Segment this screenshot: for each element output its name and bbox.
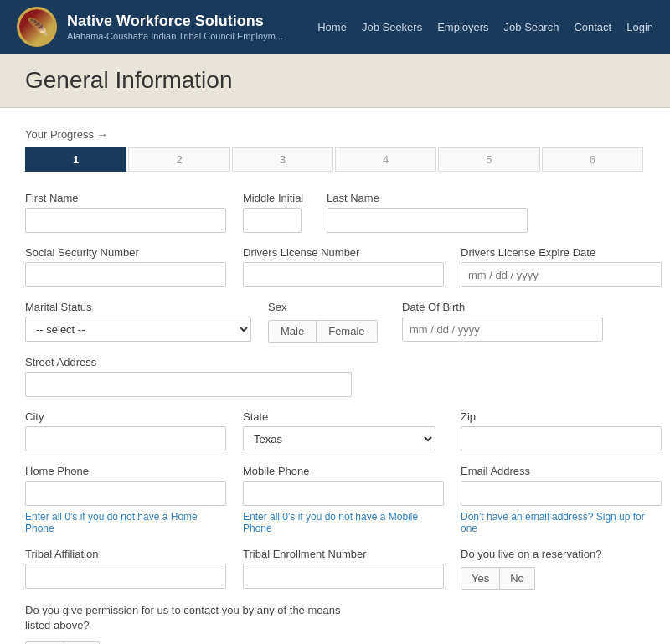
permission-label: Do you give permission for us to contact…: [25, 603, 343, 633]
tribal-group: Tribal Affiliation: [25, 548, 226, 589]
marital-group: Marital Status -- select -- Single Marri…: [25, 301, 251, 342]
marital-select[interactable]: -- select -- Single Married Divorced Wid…: [25, 317, 251, 342]
tribal-row: Tribal Affiliation Tribal Enrollment Num…: [25, 548, 645, 590]
street-row: Street Address: [25, 356, 645, 397]
middle-initial-label: Middle Initial: [243, 192, 310, 204]
main-nav: Home Job Seekers Employers Job Search Co…: [317, 21, 653, 33]
site-header: 🪶 Native Workforce Solutions Alabama-Cou…: [0, 0, 670, 54]
last-name-input[interactable]: [327, 208, 528, 233]
first-name-label: First Name: [25, 192, 226, 204]
page-title: General Information: [25, 67, 645, 94]
id-row: Social Security Number Drivers License N…: [25, 246, 645, 287]
marital-label: Marital Status: [25, 301, 251, 313]
state-label: State: [243, 410, 444, 423]
marital-sex-dob-row: Marital Status -- select -- Single Marri…: [25, 301, 645, 343]
sex-female-button[interactable]: Female: [317, 320, 377, 343]
progress-step-2[interactable]: 2: [128, 147, 229, 172]
dl-group: Drivers License Number: [243, 246, 444, 287]
dob-label: Date Of Birth: [402, 301, 603, 313]
sex-male-button[interactable]: Male: [268, 320, 317, 343]
home-phone-input[interactable]: [25, 481, 226, 506]
enrollment-input[interactable]: [243, 564, 444, 589]
first-name-input[interactable]: [25, 208, 226, 233]
mobile-phone-label: Mobile Phone: [243, 465, 444, 477]
email-group: Email Address Don't have an email addres…: [461, 465, 662, 534]
enrollment-group: Tribal Enrollment Number: [243, 548, 444, 589]
dl-expire-input[interactable]: [461, 262, 662, 287]
zip-label: Zip: [461, 410, 662, 423]
state-select[interactable]: AlabamaAlaskaArizonaArkansasCaliforniaCo…: [243, 426, 436, 451]
nav-contact[interactable]: Contact: [574, 21, 611, 33]
nav-employers[interactable]: Employers: [437, 21, 488, 33]
ssn-label: Social Security Number: [25, 246, 226, 259]
dl-label: Drivers License Number: [243, 246, 444, 259]
mobile-phone-group: Mobile Phone Enter all 0's if you do not…: [243, 465, 444, 534]
site-subtitle: Alabama-Coushatta Indian Tribal Council …: [67, 31, 283, 41]
logo-icon: 🪶: [27, 17, 48, 37]
enrollment-label: Tribal Enrollment Number: [243, 548, 444, 560]
tribal-input[interactable]: [25, 564, 226, 589]
sex-radio-group: Male Female: [268, 320, 385, 343]
page-title-bar: General Information: [0, 54, 670, 108]
sex-label: Sex: [268, 301, 385, 313]
home-phone-label: Home Phone: [25, 465, 226, 477]
dl-expire-label: Drivers License Expire Date: [461, 246, 662, 259]
email-helper: Don't have an email address? Sign up for…: [461, 511, 662, 534]
reservation-yes-button[interactable]: Yes: [461, 567, 500, 590]
progress-label: Your Progress →: [25, 128, 645, 141]
tribal-label: Tribal Affiliation: [25, 548, 226, 560]
street-group: Street Address: [25, 356, 352, 397]
ssn-group: Social Security Number: [25, 246, 226, 287]
street-input[interactable]: [25, 372, 352, 397]
last-name-label: Last Name: [327, 192, 528, 204]
dl-expire-group: Drivers License Expire Date: [461, 246, 662, 287]
nav-home[interactable]: Home: [317, 21, 347, 33]
middle-initial-group: Middle Initial: [243, 192, 310, 233]
main-content: Your Progress → 1 2 3 4 5 6 First Name M…: [0, 108, 670, 644]
phone-email-row: Home Phone Enter all 0's if you do not h…: [25, 465, 645, 534]
header-title-block: Native Workforce Solutions Alabama-Coush…: [67, 13, 283, 41]
progress-step-5[interactable]: 5: [438, 147, 539, 172]
zip-input[interactable]: [461, 426, 662, 451]
reservation-yesno: Yes No: [461, 567, 628, 590]
email-input[interactable]: [461, 481, 662, 506]
header-branding: 🪶 Native Workforce Solutions Alabama-Cou…: [17, 7, 283, 47]
dl-input[interactable]: [243, 262, 444, 287]
state-group: State AlabamaAlaskaArizonaArkansasCalifo…: [243, 410, 444, 451]
home-phone-group: Home Phone Enter all 0's if you do not h…: [25, 465, 226, 534]
nav-job-seekers[interactable]: Job Seekers: [362, 21, 422, 33]
site-title: Native Workforce Solutions: [67, 13, 283, 31]
sex-group: Sex Male Female: [268, 301, 385, 343]
mobile-phone-input[interactable]: [243, 481, 444, 506]
progress-step-6[interactable]: 6: [542, 147, 643, 172]
reservation-label: Do you live on a reservation?: [461, 548, 628, 560]
street-label: Street Address: [25, 356, 352, 368]
permission-row: Do you give permission for us to contact…: [25, 603, 645, 644]
dob-input[interactable]: [402, 317, 603, 342]
progress-steps: 1 2 3 4 5 6: [25, 147, 645, 172]
middle-initial-input[interactable]: [243, 208, 302, 233]
progress-section: Your Progress → 1 2 3 4 5 6: [25, 128, 645, 172]
ssn-input[interactable]: [25, 262, 226, 287]
progress-step-4[interactable]: 4: [335, 147, 436, 172]
city-label: City: [25, 410, 226, 423]
zip-group: Zip: [461, 410, 662, 451]
site-logo: 🪶: [17, 7, 57, 47]
nav-job-search[interactable]: Job Search: [504, 21, 559, 33]
reservation-no-button[interactable]: No: [500, 567, 535, 590]
logo-inner: 🪶: [19, 9, 54, 44]
city-group: City: [25, 410, 226, 451]
nav-login[interactable]: Login: [626, 21, 653, 33]
mobile-phone-helper: Enter all 0's if you do not have a Mobil…: [243, 511, 444, 534]
city-state-zip-row: City State AlabamaAlaskaArizonaArkansasC…: [25, 410, 645, 451]
progress-step-3[interactable]: 3: [232, 147, 333, 172]
email-helper-text: Don't have an email address?: [461, 511, 593, 523]
progress-step-1[interactable]: 1: [25, 147, 126, 172]
home-phone-helper: Enter all 0's if you do not have a Home …: [25, 511, 226, 534]
name-row: First Name Middle Initial Last Name: [25, 192, 645, 233]
city-input[interactable]: [25, 426, 226, 451]
dob-group: Date Of Birth: [402, 301, 603, 342]
email-label: Email Address: [461, 465, 662, 477]
last-name-group: Last Name: [327, 192, 528, 233]
first-name-group: First Name: [25, 192, 226, 233]
